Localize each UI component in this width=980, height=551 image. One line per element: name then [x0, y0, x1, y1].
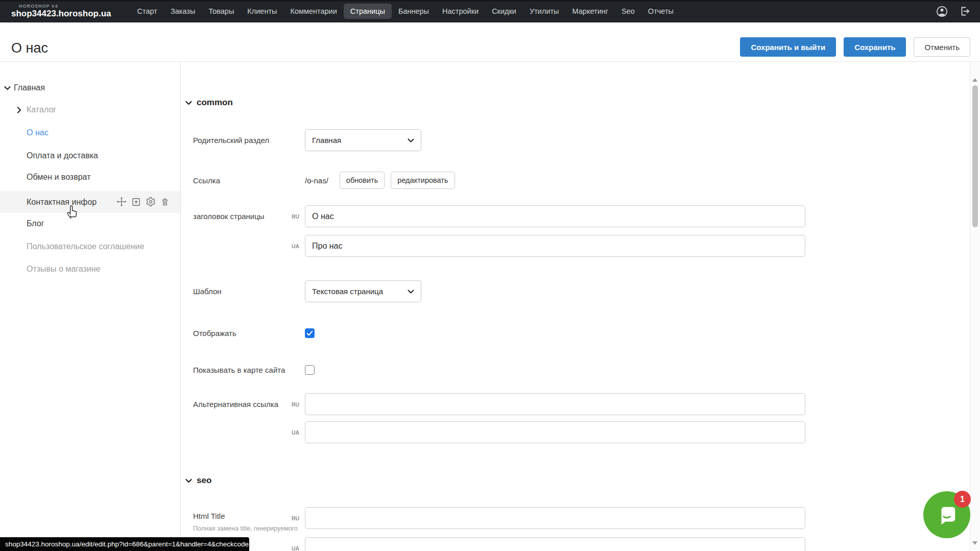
lang-badge-ua: UA	[292, 545, 305, 551]
page-title: О нас	[11, 39, 48, 57]
tree-item-o-nas[interactable]: О нас	[0, 122, 180, 143]
chevron-down-icon	[185, 101, 192, 105]
display-label: Отображать	[193, 329, 305, 338]
save-and-exit-button[interactable]: Сохранить и выйти	[740, 37, 836, 57]
chat-widget-button[interactable]: 1	[923, 491, 970, 538]
page-title-ua-input[interactable]	[305, 235, 805, 257]
nav-item-orders[interactable]: Заказы	[164, 4, 202, 19]
page-edit-form: common Родительский раздел Главная Ссылк…	[181, 62, 980, 551]
page-header: О нас Сохранить и выйти Сохранить Отмени…	[0, 22, 980, 62]
alt-link-label: Альтернативная ссылка	[193, 400, 292, 409]
vertical-scrollbar[interactable]	[970, 62, 980, 551]
parent-section-select[interactable]: Главная	[305, 129, 421, 151]
nav-item-start[interactable]: Старт	[131, 4, 164, 19]
pages-tree-sidebar: Главная Каталог О нас Оплата и доставка …	[0, 62, 181, 551]
tree-item-obmen[interactable]: Обмен и возврат	[0, 166, 180, 188]
sitemap-checkbox[interactable]	[305, 365, 315, 375]
link-label: Ссылка	[193, 176, 305, 185]
main-nav: Старт Заказы Товары Клиенты Комментарии …	[131, 4, 680, 19]
chat-bubble-icon	[935, 503, 959, 526]
brand-domain: shop34423.horoshop.ua	[11, 9, 111, 18]
chevron-down-icon	[408, 290, 414, 294]
alt-link-ua-input[interactable]	[305, 421, 805, 443]
brand-logo[interactable]: HOROSHOP V4 shop34423.horoshop.ua	[11, 4, 111, 18]
nav-item-banners[interactable]: Баннеры	[392, 4, 436, 19]
nav-item-settings[interactable]: Настройки	[436, 4, 485, 19]
link-update-button[interactable]: обновить	[340, 172, 385, 189]
chevron-down-icon	[4, 86, 11, 90]
tree-item-blog[interactable]: Блог	[0, 213, 180, 234]
html-title-ru-input[interactable]	[305, 507, 805, 529]
add-icon[interactable]	[131, 197, 141, 207]
topbar: HOROSHOP V4 shop34423.horoshop.ua Старт …	[0, 0, 980, 22]
nav-item-discounts[interactable]: Скидки	[485, 4, 523, 19]
nav-item-utilities[interactable]: Утилиты	[523, 4, 566, 19]
nav-item-pages[interactable]: Страницы	[344, 4, 392, 19]
html-title-label: Html Title	[193, 512, 292, 520]
logout-icon[interactable]	[959, 5, 971, 17]
display-checkbox[interactable]	[305, 328, 315, 338]
tree-item-glavnaya[interactable]: Главная	[0, 77, 180, 99]
section-common-toggle[interactable]: common	[185, 95, 233, 110]
save-button[interactable]: Сохранить	[844, 37, 906, 57]
html-title-hint: Полная замена title, генерируемого	[193, 525, 292, 532]
nav-item-products[interactable]: Товары	[202, 4, 241, 19]
sitemap-label: Показывать в карте сайта	[193, 366, 305, 374]
browser-status-url: shop34423.horoshop.ua/edit/edit.php?id=6…	[0, 537, 249, 551]
template-label: Шаблон	[193, 287, 305, 296]
lang-badge-ru: RU	[292, 515, 305, 521]
section-seo-toggle[interactable]: seo	[185, 473, 211, 488]
page-title-label: заголовок страницы	[193, 212, 292, 221]
scroll-up-arrow[interactable]	[972, 78, 977, 82]
tree-item-katalog[interactable]: Каталог	[0, 99, 180, 121]
link-edit-button[interactable]: редактировать	[391, 172, 455, 189]
template-select[interactable]: Текстовая страница	[305, 280, 421, 302]
scroll-down-arrow[interactable]	[972, 541, 977, 545]
chevron-right-icon	[17, 107, 21, 113]
delete-icon[interactable]	[160, 197, 170, 207]
nav-item-seo[interactable]: Seo	[615, 4, 641, 19]
page-title-ru-input[interactable]	[305, 205, 805, 227]
nav-item-comments[interactable]: Комментарии	[283, 4, 343, 19]
lang-badge-ru: RU	[292, 401, 305, 408]
chevron-down-icon	[185, 478, 192, 483]
link-path: /o-nas/	[305, 176, 328, 185]
nav-item-marketing[interactable]: Маркетинг	[566, 4, 615, 19]
scrollbar-thumb[interactable]	[972, 85, 978, 227]
lang-badge-ua: UA	[292, 243, 305, 249]
nav-item-reports[interactable]: Отчеты	[641, 4, 680, 19]
tree-item-kontaktnaya[interactable]: Контактная инфор	[0, 191, 180, 213]
chevron-down-icon	[408, 138, 414, 142]
parent-section-label: Родительский раздел	[193, 136, 305, 145]
html-title-ua-input[interactable]	[305, 537, 805, 551]
tree-item-otzyvy[interactable]: Отзывы о магазине	[0, 258, 180, 280]
tree-item-oplata[interactable]: Оплата и доставка	[0, 145, 180, 166]
move-icon[interactable]	[116, 197, 127, 207]
lang-badge-ru: RU	[292, 213, 305, 220]
alt-link-ru-input[interactable]	[305, 393, 805, 415]
cancel-button[interactable]: Отменить	[914, 37, 970, 57]
chat-unread-badge: 1	[954, 491, 971, 508]
lang-badge-ua: UA	[292, 429, 305, 436]
tree-item-polzovatelskoe[interactable]: Пользовательское соглашение	[0, 236, 180, 257]
nav-item-clients[interactable]: Клиенты	[241, 4, 283, 19]
settings-icon[interactable]	[146, 197, 156, 207]
account-icon[interactable]	[936, 5, 948, 18]
